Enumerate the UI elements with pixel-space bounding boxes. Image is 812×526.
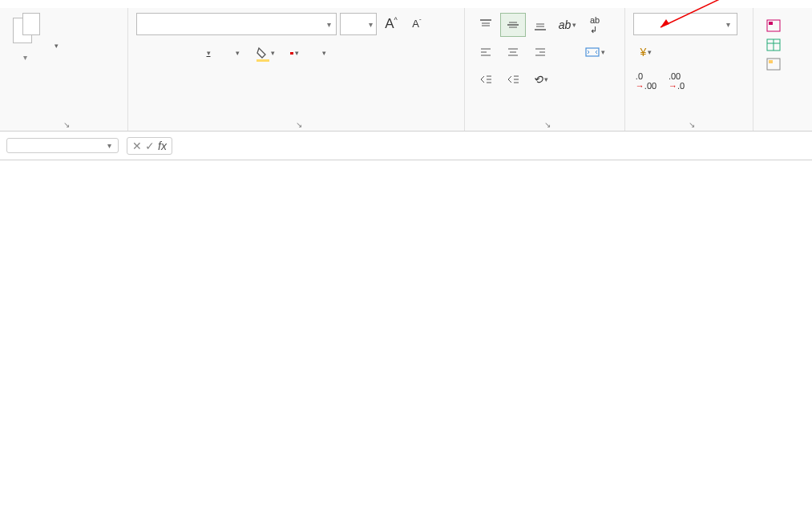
orientation-button[interactable]: ab bbox=[555, 13, 580, 37]
border-button[interactable] bbox=[223, 40, 250, 66]
align-right-button[interactable] bbox=[527, 40, 553, 64]
formula-input[interactable] bbox=[179, 144, 812, 148]
cut-icon[interactable] bbox=[48, 16, 63, 30]
ribbon: ▾ ↘ ▾ ▾ A^ Aˇ bbox=[0, 8, 812, 132]
wrap-text-button[interactable]: ab↲ bbox=[582, 13, 608, 37]
indent-inc2-button[interactable] bbox=[500, 67, 526, 91]
decrease-decimal-button[interactable]: .00→.0 bbox=[664, 69, 689, 93]
percent-button[interactable] bbox=[664, 40, 689, 64]
italic-button[interactable] bbox=[165, 40, 192, 66]
shrink-font-button[interactable]: Aˇ bbox=[406, 13, 428, 35]
font-launcher-icon[interactable]: ↘ bbox=[296, 120, 302, 129]
svg-rect-28 bbox=[769, 22, 773, 25]
group-styles bbox=[753, 8, 802, 131]
comma-button[interactable] bbox=[694, 40, 720, 64]
align-bottom-button[interactable] bbox=[527, 13, 553, 37]
underline-button[interactable] bbox=[194, 40, 221, 66]
indent-decrease-button[interactable] bbox=[555, 40, 580, 64]
svg-rect-18 bbox=[586, 48, 599, 56]
name-box[interactable]: ▾ bbox=[6, 138, 119, 153]
cell-styles-button[interactable] bbox=[766, 58, 789, 71]
copy-icon[interactable] bbox=[48, 38, 63, 53]
clipboard-launcher-icon[interactable]: ↘ bbox=[63, 120, 70, 129]
bold-button[interactable] bbox=[136, 40, 164, 66]
paste-icon bbox=[8, 13, 42, 50]
svg-rect-33 bbox=[769, 60, 773, 63]
number-format-select[interactable]: ▾ bbox=[633, 13, 737, 35]
merge-button[interactable] bbox=[582, 40, 608, 64]
fill-color-button[interactable] bbox=[252, 40, 279, 66]
conditional-format-button[interactable] bbox=[766, 19, 789, 32]
font-size-select[interactable]: ▾ bbox=[340, 13, 377, 35]
align-middle-button[interactable] bbox=[500, 13, 526, 37]
orientation2-button[interactable]: ⟲ bbox=[527, 67, 553, 91]
group-font: ▾ ▾ A^ Aˇ ↘ bbox=[128, 8, 465, 131]
fx-icon[interactable]: fx bbox=[158, 140, 167, 152]
increase-decimal-button[interactable]: .0→.00 bbox=[633, 69, 659, 93]
font-color-button[interactable] bbox=[281, 40, 308, 66]
format-table-button[interactable] bbox=[766, 38, 789, 51]
format-painter-icon[interactable] bbox=[48, 61, 63, 75]
cancel-formula-icon[interactable]: ✕ bbox=[132, 140, 142, 152]
number-launcher-icon[interactable]: ↘ bbox=[689, 120, 695, 129]
group-number: ▾ ¥ .0→.00 .00→.0 ↘ bbox=[625, 8, 753, 131]
group-clipboard: ▾ ↘ bbox=[0, 8, 128, 131]
accounting-format-button[interactable]: ¥ bbox=[633, 40, 659, 64]
align-launcher-icon[interactable]: ↘ bbox=[544, 120, 551, 129]
grow-font-button[interactable]: A^ bbox=[380, 13, 402, 35]
group-alignment: ab ab↲ ⟲ ↘ bbox=[465, 8, 625, 131]
paste-button[interactable]: ▾ bbox=[8, 13, 42, 62]
align-left-button[interactable] bbox=[473, 40, 499, 64]
enter-formula-icon[interactable]: ✓ bbox=[145, 140, 155, 152]
align-top-button[interactable] bbox=[473, 13, 499, 37]
formula-bar: ▾ ✕ ✓ fx bbox=[0, 132, 812, 160]
phonetic-button[interactable] bbox=[309, 40, 337, 66]
align-center-button[interactable] bbox=[500, 40, 526, 64]
menu-bar bbox=[0, 0, 812, 8]
font-name-select[interactable]: ▾ bbox=[136, 13, 337, 35]
indent-dec2-button[interactable] bbox=[473, 67, 499, 91]
